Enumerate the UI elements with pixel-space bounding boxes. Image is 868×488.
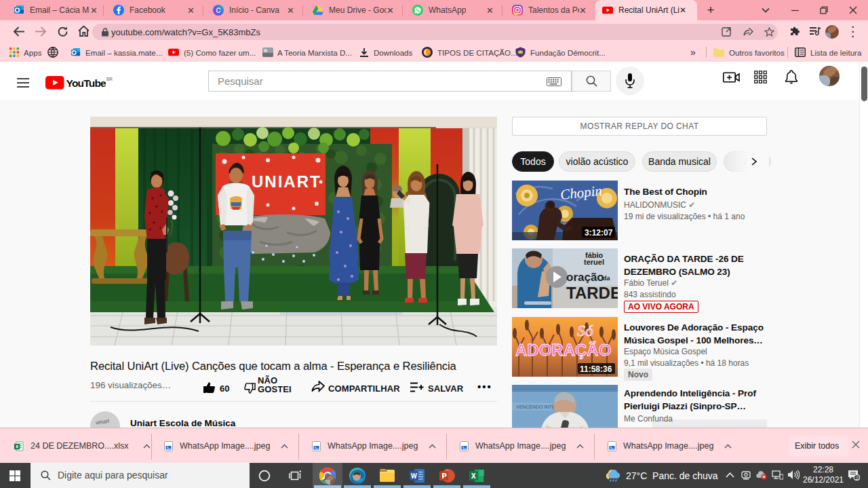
- svg-text:teruel: teruel: [584, 258, 604, 266]
- svg-text:UNIART: UNIART: [252, 172, 321, 191]
- svg-text:YouTube: YouTube: [66, 77, 107, 89]
- svg-text:3:12:07: 3:12:07: [585, 228, 613, 238]
- svg-text:11:58:36: 11:58:36: [580, 364, 612, 374]
- svg-text:ADORAÇÃO: ADORAÇÃO: [515, 341, 611, 359]
- svg-text:TARDE: TARDE: [566, 284, 618, 302]
- svg-text:oração: oração: [566, 271, 604, 284]
- svg-text:Só: Só: [577, 322, 593, 339]
- svg-text:2: 2: [856, 475, 859, 481]
- svg-text:da: da: [603, 275, 610, 282]
- svg-text:BR: BR: [106, 77, 113, 81]
